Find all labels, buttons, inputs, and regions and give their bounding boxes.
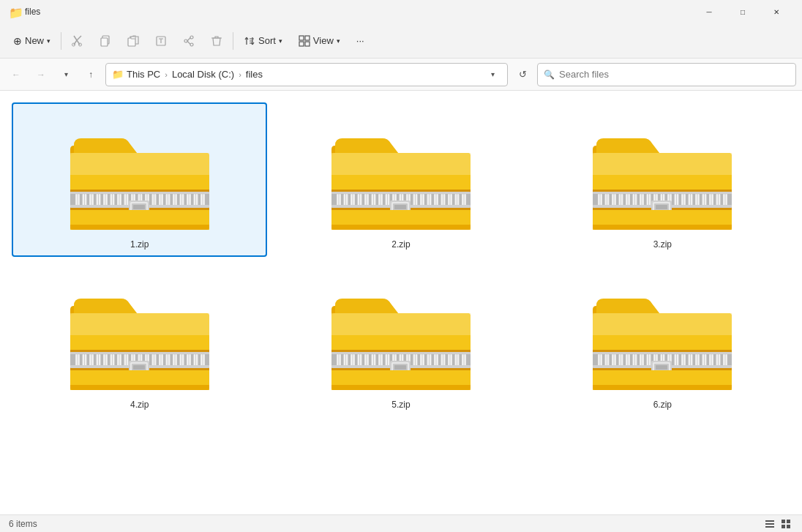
view-icon bbox=[299, 35, 310, 47]
address-folder-icon: 📁 bbox=[112, 69, 124, 80]
paste-button[interactable] bbox=[120, 28, 146, 54]
file-name: 1.zip bbox=[130, 239, 149, 250]
svg-rect-10 bbox=[299, 36, 304, 40]
address-row: ← → ▾ ↑ 📁 This PC › Local Disk (C:) › fi… bbox=[0, 59, 802, 91]
svg-rect-15 bbox=[70, 153, 209, 175]
svg-rect-216 bbox=[656, 205, 667, 209]
delete-button[interactable] bbox=[203, 28, 230, 54]
grid-view-button[interactable] bbox=[779, 517, 793, 531]
svg-rect-423 bbox=[765, 523, 774, 525]
address-bar-content: 📁 This PC › Local Disk (C:) › files bbox=[112, 69, 484, 80]
file-name: 5.zip bbox=[391, 400, 410, 410]
new-icon: ⊕ bbox=[13, 35, 22, 47]
delete-icon bbox=[211, 35, 222, 47]
svg-rect-143 bbox=[331, 192, 471, 194]
svg-rect-428 bbox=[787, 525, 790, 528]
file-item[interactable]: 4.zip bbox=[12, 263, 267, 417]
search-box[interactable]: 🔍 bbox=[537, 63, 796, 86]
toolbar-separator-1 bbox=[61, 32, 61, 50]
paste-icon bbox=[127, 35, 139, 47]
address-bar[interactable]: 📁 This PC › Local Disk (C:) › files ▾ bbox=[105, 63, 508, 86]
svg-rect-347 bbox=[331, 352, 471, 354]
address-sep-1: › bbox=[165, 70, 168, 79]
recent-locations-button[interactable]: ▾ bbox=[56, 64, 76, 85]
copy-button[interactable] bbox=[92, 28, 119, 54]
file-item[interactable]: 2.zip bbox=[273, 102, 528, 257]
svg-rect-426 bbox=[787, 520, 790, 523]
item-count: 6 items bbox=[9, 519, 37, 529]
svg-rect-11 bbox=[305, 36, 310, 40]
new-button[interactable]: ⊕ New ▾ bbox=[6, 28, 58, 54]
sort-chevron-icon: ▾ bbox=[279, 37, 282, 45]
svg-rect-415 bbox=[593, 352, 732, 354]
view-toggle-buttons bbox=[762, 517, 793, 531]
svg-rect-4 bbox=[128, 38, 135, 46]
svg-rect-219 bbox=[70, 313, 209, 335]
view-label: View bbox=[313, 35, 334, 46]
svg-rect-80 bbox=[133, 205, 145, 209]
sort-button[interactable]: Sort ▾ bbox=[236, 28, 290, 54]
view-chevron-icon: ▾ bbox=[337, 37, 340, 45]
svg-rect-211 bbox=[593, 192, 732, 194]
svg-rect-427 bbox=[782, 525, 785, 528]
file-grid: 1.zip bbox=[12, 102, 790, 417]
forward-button[interactable]: → bbox=[31, 64, 51, 85]
svg-rect-424 bbox=[765, 526, 774, 528]
file-item[interactable]: 6.zip bbox=[535, 263, 790, 417]
svg-rect-284 bbox=[133, 365, 145, 370]
copy-icon bbox=[100, 35, 111, 47]
more-button[interactable]: ··· bbox=[349, 28, 372, 54]
search-icon: 🔍 bbox=[544, 70, 555, 80]
svg-rect-425 bbox=[782, 520, 785, 523]
minimize-button[interactable]: ─ bbox=[692, 0, 726, 23]
search-input[interactable] bbox=[559, 69, 790, 80]
address-local-disk: Local Disk (C:) bbox=[172, 69, 234, 80]
svg-rect-5 bbox=[131, 37, 135, 39]
file-name: 6.zip bbox=[653, 400, 672, 410]
sort-label: Sort bbox=[258, 35, 276, 46]
svg-point-8 bbox=[190, 43, 193, 46]
toolbar: ⊕ New ▾ Sort ▾ View ▾ ··· bbox=[0, 23, 802, 59]
new-chevron-icon: ▾ bbox=[47, 37, 50, 45]
title-bar-left: 📁 files bbox=[9, 6, 40, 18]
svg-rect-83 bbox=[331, 153, 471, 175]
window-controls: ─ □ ✕ bbox=[692, 0, 793, 23]
rename-button[interactable] bbox=[148, 28, 174, 54]
address-this-pc: This PC bbox=[127, 69, 160, 80]
file-name: 4.zip bbox=[130, 400, 149, 410]
address-dropdown-button[interactable]: ▾ bbox=[484, 66, 501, 83]
view-button[interactable]: View ▾ bbox=[291, 28, 348, 54]
svg-rect-12 bbox=[299, 42, 304, 46]
share-button[interactable] bbox=[176, 28, 202, 54]
toolbar-separator-2 bbox=[233, 32, 233, 50]
svg-rect-287 bbox=[331, 313, 471, 335]
svg-rect-75 bbox=[70, 192, 209, 194]
window-title: files bbox=[25, 7, 40, 17]
close-button[interactable]: ✕ bbox=[760, 0, 793, 23]
svg-point-7 bbox=[190, 36, 193, 39]
file-name: 2.zip bbox=[391, 239, 410, 250]
cut-button[interactable] bbox=[64, 28, 91, 54]
file-item[interactable]: 5.zip bbox=[273, 263, 528, 417]
svg-rect-3 bbox=[101, 38, 108, 46]
maximize-button[interactable]: □ bbox=[726, 0, 760, 23]
svg-rect-422 bbox=[765, 520, 774, 522]
more-icon: ··· bbox=[356, 35, 364, 46]
svg-point-9 bbox=[184, 40, 187, 42]
svg-rect-420 bbox=[656, 365, 667, 370]
list-view-icon bbox=[765, 519, 775, 529]
file-item[interactable]: 3.zip bbox=[535, 102, 790, 257]
file-item[interactable]: 1.zip bbox=[12, 102, 267, 257]
share-icon bbox=[183, 35, 195, 47]
back-button[interactable]: ← bbox=[6, 64, 26, 85]
refresh-button[interactable]: ↺ bbox=[512, 64, 533, 85]
main-content: 1.zip bbox=[0, 91, 802, 514]
svg-rect-148 bbox=[394, 205, 406, 209]
up-button[interactable]: ↑ bbox=[80, 64, 101, 85]
file-name: 3.zip bbox=[653, 239, 672, 250]
svg-rect-355 bbox=[593, 313, 732, 335]
list-view-button[interactable] bbox=[762, 517, 777, 531]
svg-rect-352 bbox=[394, 365, 406, 370]
status-bar: 6 items bbox=[0, 514, 802, 532]
grid-view-icon bbox=[781, 519, 791, 529]
